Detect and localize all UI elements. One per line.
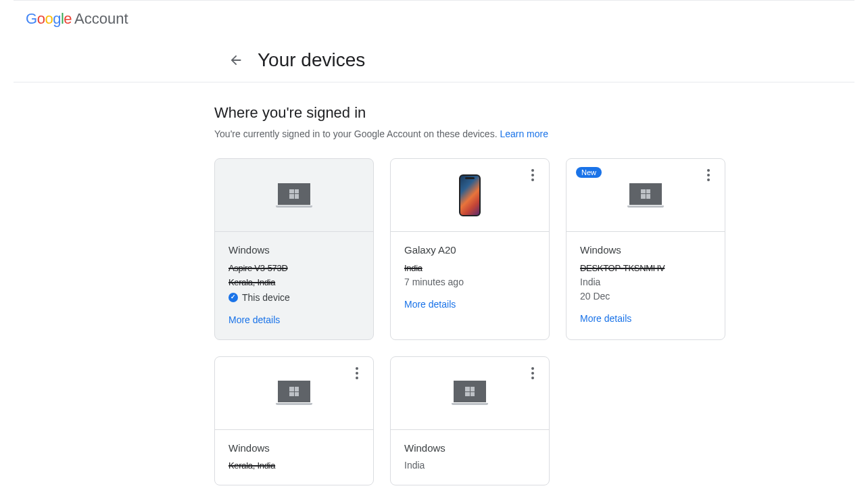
new-badge: New [576,167,602,178]
account-label: Account [74,10,128,28]
this-device-label: This device [242,291,290,305]
app-header: Google Account [0,1,868,37]
windows-laptop-icon [276,381,312,405]
more-options-icon[interactable] [349,365,365,381]
device-detail: India [580,275,711,289]
device-card-body: WindowsDESKTOP-TKSNMHVIndia20 DecMore de… [566,232,725,338]
logo-letter: o [45,10,53,27]
device-name: Windows [580,243,711,258]
windows-laptop-icon [452,381,488,405]
device-card[interactable]: NewWindowsDESKTOP-TKSNMHVIndia20 DecMore… [566,158,725,340]
device-detail-redacted: India [404,262,423,275]
main-content: Where you're signed in You're currently … [0,82,737,485]
device-card[interactable]: WindowsAspire V3-573DKerala, India✓This … [214,158,374,340]
windows-laptop-icon [276,183,312,208]
logo-letter: o [37,10,45,27]
logo-letter: g [53,10,61,27]
back-arrow-icon[interactable] [228,52,244,68]
this-device-indicator: ✓This device [228,291,360,305]
device-image-area [391,159,549,232]
device-detail-redacted: Kerala, India [228,459,275,473]
device-name: Windows [228,243,360,258]
section-subtitle: You're currently signed in to your Googl… [214,128,737,139]
device-image-area: New [566,159,725,232]
device-card-body: WindowsKerala, India [215,430,373,485]
section-title: Where you're signed in [214,104,737,122]
google-account-logo: Google Account [26,10,128,28]
device-detail: 20 Dec [580,289,711,304]
device-detail: 7 minutes ago [404,275,535,289]
check-badge-icon: ✓ [228,293,238,302]
device-card-body: WindowsIndia [391,430,549,485]
device-card-body: WindowsAspire V3-573DKerala, India✓This … [215,232,373,339]
logo-letter: e [64,10,72,27]
more-options-icon[interactable] [525,167,541,183]
device-image-area [391,357,549,430]
phone-icon [459,174,481,216]
more-details-link[interactable]: More details [404,297,535,312]
device-detail-redacted: Aspire V3-573D [228,262,288,275]
device-name: Windows [228,441,360,456]
device-detail-redacted: DESKTOP-TKSNMHV [580,262,665,275]
more-options-icon[interactable] [525,365,541,381]
more-details-link[interactable]: More details [228,313,360,327]
device-name: Galaxy A20 [404,243,535,258]
device-name: Windows [404,441,535,456]
device-card[interactable]: WindowsKerala, India [214,356,374,486]
device-detail-redacted: Kerala, India [228,276,275,289]
device-grid: WindowsAspire V3-573DKerala, India✓This … [214,158,737,485]
device-card-body: Galaxy A20India7 minutes agoMore details [391,232,549,324]
windows-laptop-icon [627,183,664,208]
page-title: Your devices [258,49,365,71]
device-image-area [215,357,373,430]
logo-letter: G [26,10,37,27]
section-subtitle-text: You're currently signed in to your Googl… [214,128,500,139]
device-card[interactable]: Galaxy A20India7 minutes agoMore details [390,158,550,340]
more-options-icon[interactable] [700,167,717,183]
device-card[interactable]: WindowsIndia [390,356,550,486]
more-details-link[interactable]: More details [580,312,711,326]
device-detail: India [404,458,535,473]
learn-more-link[interactable]: Learn more [500,128,548,139]
title-bar: Your devices [14,37,854,82]
device-image-area [215,159,373,232]
